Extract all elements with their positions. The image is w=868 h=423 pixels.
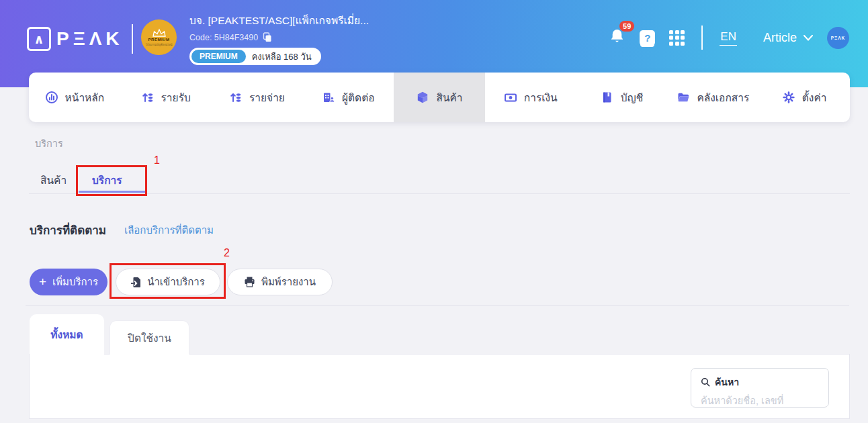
nav-item-finance[interactable]: การเงิน — [485, 73, 576, 122]
plan-days-remaining: คงเหลือ 168 วัน — [252, 50, 312, 64]
peak-logo-text: PΞΛK — [56, 28, 124, 50]
company-info: บจ. [PEAKTEST/ASC][แพ็กเกจพรีเมี่ย... Co… — [189, 12, 369, 65]
nav-label-finance: การเงิน — [524, 89, 558, 106]
income-icon — [141, 91, 155, 104]
search-input[interactable]: ค้นหา ค้นหาด้วยชื่อ, เลขที่ — [691, 368, 829, 408]
notifications-button[interactable]: 59 — [609, 27, 625, 48]
nav-item-accounting[interactable]: บัญชี — [576, 73, 668, 122]
nav-label-expense: รายจ่าย — [249, 89, 285, 106]
peak-logo: ∧ PΞΛK — [27, 24, 133, 54]
nav-label-accounting: บัญชี — [621, 89, 644, 106]
plan-badge: PREMIUM — [191, 50, 246, 63]
nav-item-settings[interactable]: ตั้งค่า — [758, 73, 850, 122]
nav-label-income: รายรับ — [161, 89, 191, 106]
app-grid-button[interactable] — [669, 30, 685, 46]
subscription-pill[interactable]: PREMIUM คงเหลือ 168 วัน — [189, 48, 321, 65]
notification-count-badge: 59 — [619, 21, 634, 32]
nav-item-home[interactable]: หน้าหลัก — [29, 73, 120, 122]
list-tab-all[interactable]: ทั้งหมด — [30, 314, 104, 355]
help-button[interactable]: ? — [640, 30, 655, 46]
list-tab-disabled[interactable]: ปิดใช้งาน — [110, 320, 189, 355]
chevron-down-icon — [804, 35, 813, 41]
brand-divider — [132, 24, 133, 54]
premium-badge-subtext: โปรแกรมบัญชีออนไลน์ — [145, 42, 172, 47]
ledger-book-icon — [601, 91, 614, 104]
nav-item-expense[interactable]: รายจ่าย — [212, 73, 303, 122]
company-premium-badge[interactable]: PREMIUM โปรแกรมบัญชีออนไลน์ — [141, 19, 177, 55]
print-report-button[interactable]: พิมพ์รายงาน — [227, 269, 333, 295]
add-service-label: เพิ่มบริการ — [52, 274, 98, 290]
premium-badge-word: PREMIUM — [148, 38, 170, 42]
annotation-label-1: 1 — [154, 154, 160, 167]
add-service-button[interactable]: + เพิ่มบริการ — [30, 269, 107, 295]
folder-icon — [677, 91, 690, 104]
breadcrumb: บริการ — [35, 136, 63, 151]
crown-icon — [152, 28, 167, 37]
plus-icon: + — [39, 275, 46, 288]
language-switcher[interactable]: EN — [720, 30, 737, 46]
nav-item-income[interactable]: รายรับ — [120, 73, 212, 122]
peak-logo-icon: ∧ — [27, 27, 51, 51]
section-title: บริการที่ติดตาม — [30, 221, 106, 239]
expense-icon — [229, 91, 243, 104]
gear-icon — [782, 91, 795, 104]
company-name: บจ. [PEAKTEST/ASC][แพ็กเกจพรีเมี่ย... — [189, 12, 369, 29]
section-divider — [26, 306, 849, 306]
nav-label-home: หน้าหลัก — [65, 89, 105, 106]
article-menu[interactable]: Article — [763, 31, 813, 45]
article-label: Article — [763, 31, 797, 45]
question-mark-icon: ? — [644, 32, 650, 44]
printer-icon — [244, 277, 255, 287]
print-report-label: พิมพ์รายงาน — [261, 274, 316, 290]
products-box-icon — [416, 91, 429, 104]
search-label: ค้นหา — [715, 375, 739, 389]
search-icon — [701, 377, 710, 387]
finance-icon — [504, 91, 517, 104]
contacts-icon — [322, 91, 335, 104]
nav-label-documents: คลังเอกสาร — [697, 89, 749, 106]
tab-products[interactable]: สินค้า — [40, 172, 67, 189]
tabs-divider — [29, 193, 850, 194]
annotation-box-2 — [110, 263, 226, 299]
nav-label-contacts: ผู้ติดต่อ — [342, 89, 375, 106]
copy-icon[interactable] — [263, 32, 272, 42]
annotation-label-2: 2 — [224, 247, 230, 259]
annotation-box-1 — [76, 165, 147, 196]
user-avatar[interactable]: PΞΛK — [827, 27, 849, 49]
nav-label-settings: ตั้งค่า — [802, 89, 827, 106]
nav-label-products: สินค้า — [436, 89, 462, 106]
header-divider — [701, 26, 703, 50]
dashboard-icon — [45, 91, 58, 104]
nav-item-products[interactable]: สินค้า — [394, 73, 485, 122]
main-navbar: หน้าหลัก รายรับ — [29, 73, 850, 122]
choose-tracked-services-link[interactable]: เลือกบริการที่ติดตาม — [124, 222, 214, 238]
nav-item-contacts[interactable]: ผู้ติดต่อ — [302, 73, 394, 122]
search-placeholder: ค้นหาด้วยชื่อ, เลขที่ — [701, 393, 819, 408]
company-code: Code: 5H84F3490 — [189, 33, 258, 42]
nav-item-documents[interactable]: คลังเอกสาร — [667, 73, 758, 122]
